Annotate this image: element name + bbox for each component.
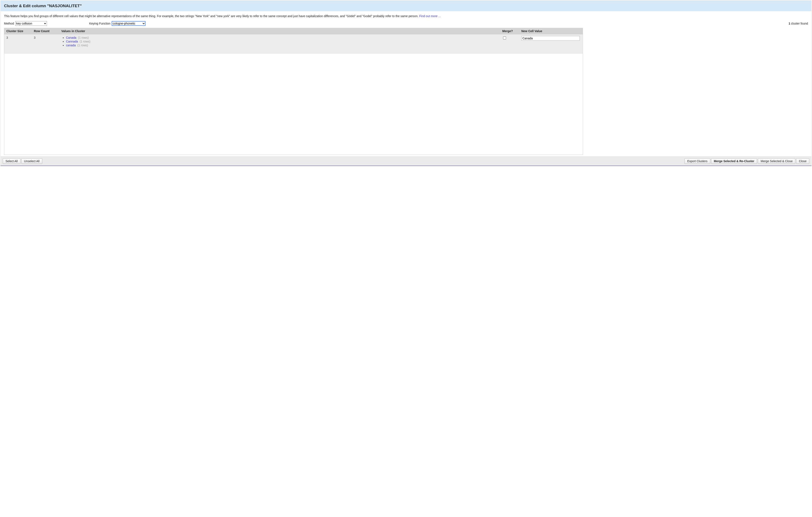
merge-recluster-button[interactable]: Merge Selected & Re-Cluster (711, 158, 757, 164)
keying-function-group: Keying Function cologne-phonetic (89, 21, 146, 26)
export-clusters-button[interactable]: Export Clusters (685, 158, 710, 164)
close-button[interactable]: Close (796, 158, 809, 164)
cluster-edit-dialog: Cluster & Edit column "NASJONALITET" Thi… (0, 0, 812, 166)
cell-cluster-size: 3 (4, 34, 32, 54)
list-item: canada (1 rows) (66, 43, 498, 47)
dialog-body: This feature helps you find groups of di… (1, 11, 811, 156)
method-select[interactable]: key collision (15, 21, 47, 26)
values-list: Canada (1 rows) Cannada (1 rows) canada (61, 36, 498, 47)
table-row: 3 3 Canada (1 rows) Cannada (1 rows (4, 34, 583, 54)
value-name[interactable]: Canada (66, 36, 76, 39)
cluster-count-suffix: cluster found (790, 22, 808, 25)
list-item: Cannada (1 rows) (66, 40, 498, 43)
select-all-button[interactable]: Select All (3, 158, 21, 164)
cluster-count-number: 1 (788, 22, 790, 25)
keying-function-label: Keying Function (89, 22, 110, 25)
cluster-count-status: 1 cluster found (788, 22, 808, 25)
col-header-merge: Merge? (500, 28, 519, 34)
dialog-footer: Select All Unselect All Export Clusters … (1, 156, 811, 165)
col-header-new-value: New Cell Value (519, 28, 583, 34)
value-count: (1 rows) (78, 43, 88, 47)
col-header-values: Values in Cluster (59, 28, 500, 34)
value-count: (1 rows) (78, 36, 89, 39)
method-label: Method (4, 22, 14, 25)
dialog-header: Cluster & Edit column "NASJONALITET" (1, 1, 811, 11)
cell-merge (500, 34, 519, 54)
cell-new-value (519, 34, 583, 54)
keying-function-select[interactable]: cologne-phonetic (112, 21, 146, 26)
cell-row-count: 3 (32, 34, 59, 54)
new-cell-value-input[interactable] (521, 36, 580, 40)
col-header-row-count: Row Count (32, 28, 59, 34)
find-out-more-link[interactable]: Find out more ... (419, 14, 441, 18)
col-header-cluster-size: Cluster Size (4, 28, 32, 34)
cluster-table-container[interactable]: Cluster Size Row Count Values in Cluster… (4, 28, 583, 155)
cell-values: Canada (1 rows) Cannada (1 rows) canada (59, 34, 500, 54)
feature-description-text: This feature helps you find groups of di… (4, 14, 419, 18)
controls-row: Method key collision Keying Function col… (4, 21, 808, 26)
list-item: Canada (1 rows) (66, 36, 498, 39)
cluster-table: Cluster Size Row Count Values in Cluster… (4, 28, 583, 54)
value-count: (1 rows) (80, 40, 90, 43)
dialog-title: Cluster & Edit column "NASJONALITET" (4, 4, 808, 8)
value-name[interactable]: canada (66, 43, 76, 47)
method-group: Method key collision (4, 21, 47, 26)
table-header-row: Cluster Size Row Count Values in Cluster… (4, 28, 583, 34)
merge-close-button[interactable]: Merge Selected & Close (758, 158, 795, 164)
unselect-all-button[interactable]: Unselect All (21, 158, 42, 164)
merge-checkbox[interactable] (503, 36, 506, 39)
feature-description: This feature helps you find groups of di… (4, 14, 808, 18)
value-name[interactable]: Cannada (66, 40, 78, 43)
